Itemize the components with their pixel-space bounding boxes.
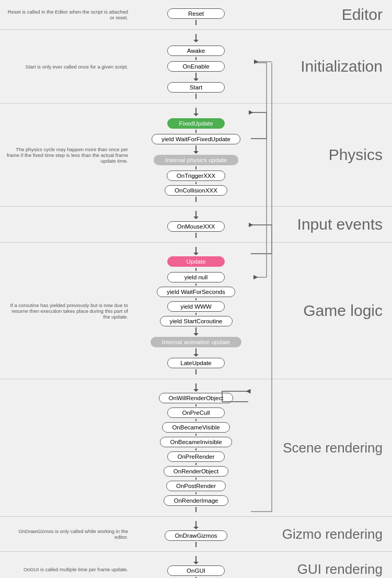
init-label: Initialization bbox=[259, 30, 392, 103]
yield-null-node: yield null bbox=[167, 272, 225, 282]
gui-center: OnGUI bbox=[133, 552, 259, 578]
gui-section: OnGUI is called multiple time per frame … bbox=[0, 551, 392, 578]
input-center: OnMouseXXX bbox=[133, 207, 259, 242]
editor-desc-text: Reset is called in the Editor when the s… bbox=[4, 9, 128, 20]
editor-label: Editor bbox=[259, 0, 392, 29]
input-description bbox=[0, 207, 133, 242]
gamelogic-center: Update yield null yield WaitForSeconds y… bbox=[133, 243, 259, 379]
gizmo-description: OnDrawGizmos is only called while workin… bbox=[0, 517, 133, 551]
gui-description: OnGUI is called multiple time per frame … bbox=[0, 552, 133, 578]
gizmo-section: OnDrawGizmos is only called while workin… bbox=[0, 516, 392, 551]
scene-section: OnWillRenderObject OnPreCull OnBecameVis… bbox=[0, 379, 392, 516]
scene-center: OnWillRenderObject OnPreCull OnBecameVis… bbox=[133, 379, 259, 516]
diagram-container: Reset is called in the Editor when the s… bbox=[0, 0, 392, 578]
init-center: Awake OnEnable Start bbox=[133, 30, 259, 103]
onwillrenderobject-node: OnWillRenderObject bbox=[159, 393, 234, 403]
yield-waitforseconds-node: yield WaitForSeconds bbox=[157, 287, 235, 297]
gui-label: GUI rendering bbox=[259, 552, 392, 578]
physics-description: The physics cycle may happen more than o… bbox=[0, 104, 133, 206]
gamelogic-label: Game logic bbox=[259, 243, 392, 379]
gui-desc-text: OnGUI is called multiple time per frame … bbox=[24, 566, 128, 572]
editor-center: Reset bbox=[133, 0, 259, 29]
awake-node: Awake bbox=[167, 46, 225, 56]
init-desc-text: Start is only ever called once for a giv… bbox=[26, 64, 128, 70]
waitforfixedupdate-node: yield WaitForFixedUpdate bbox=[152, 134, 240, 144]
editor-section: Reset is called in the Editor when the s… bbox=[0, 0, 392, 29]
onrenderimage-node: OnRenderImage bbox=[164, 495, 228, 506]
ongui-node: OnGUI bbox=[167, 565, 225, 576]
physics-center: FixedUpdate yield WaitForFixedUpdate Int… bbox=[133, 104, 259, 206]
oncollisionxxx-node: OnCollisionXXX bbox=[165, 185, 227, 196]
onbecamevisible-node: OnBecameVisible bbox=[162, 422, 229, 433]
internal-physics-node: Internal physics update bbox=[154, 155, 238, 165]
gamelogic-desc-text: If a coroutine has yielded previously bu… bbox=[4, 302, 128, 320]
onrenderobject-node: OnRenderObject bbox=[164, 466, 228, 477]
physics-section: The physics cycle may happen more than o… bbox=[0, 103, 392, 206]
gizmo-center: OnDrawGizmos bbox=[133, 517, 259, 551]
onpostrender-node: OnPostRender bbox=[166, 481, 226, 491]
gizmo-desc-text: OnDrawGizmos is only called while workin… bbox=[4, 528, 128, 540]
scene-description bbox=[0, 379, 133, 516]
gamelogic-description: If a coroutine has yielded previously bu… bbox=[0, 243, 133, 379]
ontriggerxxx-node: OnTriggerXXX bbox=[167, 171, 225, 181]
fixedupdate-node: FixedUpdate bbox=[167, 118, 225, 129]
gamelogic-section: If a coroutine has yielded previously bu… bbox=[0, 242, 392, 379]
input-section: OnMouseXXX Input events bbox=[0, 206, 392, 242]
ondrawgizmos-node: OnDrawGizmos bbox=[165, 530, 227, 541]
gizmo-label: Gizmo rendering bbox=[259, 517, 392, 551]
yield-startcoroutine-node: yield StartCoroutine bbox=[160, 316, 233, 326]
editor-description: Reset is called in the Editor when the s… bbox=[0, 0, 133, 29]
initialization-section: Start is only ever called once for a giv… bbox=[0, 29, 392, 103]
physics-desc-text: The physics cycle may happen more than o… bbox=[4, 146, 128, 164]
onenable-node-init: OnEnable bbox=[167, 61, 225, 72]
lateupdate-node: LateUpdate bbox=[167, 358, 225, 368]
physics-label: Physics bbox=[259, 104, 392, 206]
internal-animation-node: Internal animation update bbox=[151, 337, 241, 347]
input-label: Input events bbox=[259, 207, 392, 242]
scene-label: Scene rendering bbox=[259, 379, 392, 516]
onprerender-node: OnPreRender bbox=[167, 451, 225, 462]
update-node: Update bbox=[167, 256, 225, 267]
start-node: Start bbox=[167, 82, 225, 93]
yield-www-node: yield WWW bbox=[167, 301, 225, 312]
onprecull-node: OnPreCull bbox=[167, 407, 225, 418]
onmousexxx-node: OnMouseXXX bbox=[167, 221, 225, 232]
reset-node: Reset bbox=[167, 8, 225, 19]
onbecameinvisible-node: OnBecameInvisible bbox=[160, 437, 232, 447]
init-description: Start is only ever called once for a giv… bbox=[0, 30, 133, 103]
